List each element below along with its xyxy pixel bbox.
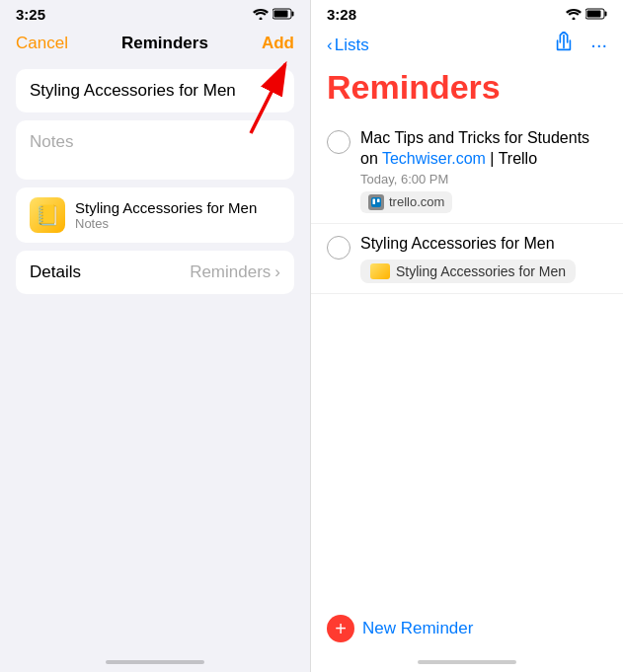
svg-rect-3 xyxy=(274,11,288,18)
status-bar-left: 3:25 xyxy=(0,0,310,28)
svg-rect-9 xyxy=(587,11,601,18)
new-reminder-label: New Reminder xyxy=(362,619,473,638)
red-arrow xyxy=(221,54,300,147)
more-icon[interactable]: ··· xyxy=(590,34,607,56)
suggestion-item[interactable]: 📒 Styling Accessories for Men Notes xyxy=(16,187,294,243)
share-icon[interactable] xyxy=(553,32,575,58)
back-button[interactable]: ‹ Lists xyxy=(327,36,369,55)
reminder-content-1: Mac Tips and Tricks for Students on Tech… xyxy=(360,128,607,213)
svg-line-5 xyxy=(251,64,285,133)
reminder-checkbox-1[interactable] xyxy=(327,130,350,154)
reminders-heading: Reminders xyxy=(311,64,623,118)
phone-left: 3:25 Cancel Reminders Add Notes xyxy=(0,0,311,672)
suggestion-text: Styling Accessories for Men Notes xyxy=(75,199,257,231)
phone-right: 3:28 ‹ Lists xyxy=(311,0,623,672)
note-chip-label: Styling Accessories for Men xyxy=(396,263,566,279)
home-indicator-right xyxy=(418,660,516,664)
reminder-content-2: Styling Accessories for Men Styling Acce… xyxy=(360,234,607,284)
svg-rect-2 xyxy=(292,12,294,17)
battery-icon-left xyxy=(273,8,294,20)
trello-badge-label: trello.com xyxy=(389,194,444,209)
notes-emoji-icon: 📒 xyxy=(36,203,60,227)
note-chip-icon xyxy=(370,263,390,279)
chevron-left-icon: ‹ xyxy=(327,36,333,55)
new-reminder-button[interactable]: + New Reminder xyxy=(327,615,473,642)
details-value-text: Reminders xyxy=(190,262,271,282)
svg-point-0 xyxy=(260,18,263,21)
home-indicator-left xyxy=(106,660,204,664)
trello-icon xyxy=(368,194,384,210)
reminder-subtitle-1: Today, 6:00 PM xyxy=(360,172,607,187)
add-button[interactable]: Add xyxy=(262,34,294,53)
details-value: Reminders › xyxy=(190,262,280,282)
back-label: Lists xyxy=(335,36,369,55)
chevron-right-icon: › xyxy=(274,262,280,282)
svg-point-6 xyxy=(573,18,576,21)
details-label: Details xyxy=(30,262,81,282)
note-chip: Styling Accessories for Men xyxy=(360,260,576,283)
time-left: 3:25 xyxy=(16,6,45,23)
cancel-button[interactable]: Cancel xyxy=(16,34,68,53)
reminder-text-1b: | Trello xyxy=(490,150,537,167)
plus-circle-icon: + xyxy=(327,615,354,642)
status-icons-left xyxy=(253,8,294,20)
right-nav-icons: ··· xyxy=(553,32,607,58)
svg-rect-8 xyxy=(605,12,607,17)
battery-icon-right xyxy=(585,8,607,20)
suggestion-title: Styling Accessories for Men xyxy=(75,199,257,216)
reminder-item-1: Mac Tips and Tricks for Students on Tech… xyxy=(311,118,623,224)
right-nav: ‹ Lists ··· xyxy=(311,28,623,64)
reminder-title-1: Mac Tips and Tricks for Students on Tech… xyxy=(360,128,607,170)
time-right: 3:28 xyxy=(327,6,356,23)
reminder-checkbox-2[interactable] xyxy=(327,236,350,260)
wifi-icon-right xyxy=(566,8,582,20)
status-icons-right xyxy=(566,8,607,20)
trello-badge[interactable]: trello.com xyxy=(360,191,452,213)
svg-rect-12 xyxy=(377,198,380,202)
suggestion-sub: Notes xyxy=(75,216,257,231)
suggestion-icon: 📒 xyxy=(30,197,65,233)
nav-title-left: Reminders xyxy=(121,34,208,53)
reminder-item-2: Styling Accessories for Men Styling Acce… xyxy=(311,224,623,295)
wifi-icon-left xyxy=(253,8,269,20)
svg-rect-11 xyxy=(373,198,376,204)
status-bar-right: 3:28 xyxy=(311,0,623,28)
details-section[interactable]: Details Reminders › xyxy=(16,251,294,294)
notes-placeholder: Notes xyxy=(30,132,73,151)
techwiser-link[interactable]: Techwiser.com xyxy=(382,150,486,167)
reminder-title-2: Styling Accessories for Men xyxy=(360,234,607,255)
